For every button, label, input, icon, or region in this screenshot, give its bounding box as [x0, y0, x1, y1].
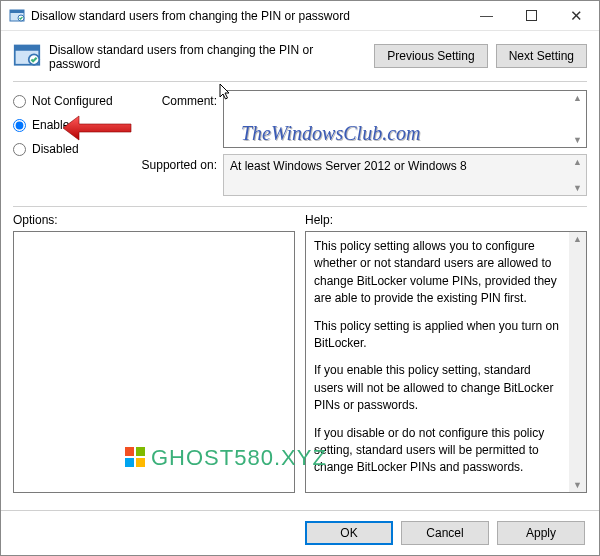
radio-not-configured[interactable]: Not Configured [13, 94, 125, 108]
help-paragraph: If you enable this policy setting, stand… [314, 362, 560, 414]
supported-on-box: At least Windows Server 2012 or Windows … [223, 154, 587, 196]
header-row: Disallow standard users from changing th… [1, 31, 599, 79]
supported-value: At least Windows Server 2012 or Windows … [230, 159, 467, 173]
scroll-up-icon[interactable]: ▲ [573, 232, 582, 246]
comment-label: Comment: [133, 90, 217, 108]
policy-icon [13, 42, 41, 70]
help-label: Help: [305, 213, 587, 227]
help-paragraph: This policy setting is applied when you … [314, 318, 560, 353]
svg-rect-3 [527, 11, 537, 21]
separator [13, 81, 587, 82]
help-paragraph: This policy setting allows you to config… [314, 238, 560, 308]
supported-scrollbar: ▲ ▼ [569, 155, 586, 195]
state-radios: Not Configured Enabled Disabled [13, 90, 125, 196]
window-buttons: ― ✕ [464, 1, 599, 30]
window-title: Disallow standard users from changing th… [31, 9, 464, 23]
scroll-down-icon: ▼ [573, 181, 582, 195]
svg-rect-1 [10, 10, 24, 13]
help-scrollbar[interactable]: ▲ ▼ [569, 232, 586, 492]
comment-textarea[interactable]: ▲ ▼ [223, 90, 587, 148]
svg-rect-5 [15, 46, 40, 51]
window-icon [9, 8, 25, 24]
supported-label: Supported on: [133, 154, 217, 172]
footer: OK Cancel Apply [1, 510, 599, 555]
separator [13, 206, 587, 207]
panes: Options: Help: This policy setting allow… [1, 213, 599, 493]
scroll-up-icon: ▲ [573, 155, 582, 169]
options-pane: Options: [13, 213, 295, 493]
minimize-button[interactable]: ― [464, 1, 509, 30]
scroll-up-icon[interactable]: ▲ [573, 91, 582, 105]
maximize-button[interactable] [509, 1, 554, 30]
config-row: Not Configured Enabled Disabled [1, 90, 599, 202]
options-box[interactable] [13, 231, 295, 493]
radio-disabled[interactable]: Disabled [13, 142, 125, 156]
cancel-button[interactable]: Cancel [401, 521, 489, 545]
next-setting-button[interactable]: Next Setting [496, 44, 587, 68]
radio-disabled-input[interactable] [13, 143, 26, 156]
radio-enabled-input[interactable] [13, 119, 26, 132]
header-title: Disallow standard users from changing th… [49, 41, 366, 71]
radio-enabled-label: Enabled [32, 118, 76, 132]
nav-buttons: Previous Setting Next Setting [374, 44, 587, 68]
radio-not-configured-label: Not Configured [32, 94, 113, 108]
comment-scrollbar[interactable]: ▲ ▼ [569, 91, 586, 147]
help-paragraph: If you disable or do not configure this … [314, 425, 560, 477]
ok-button[interactable]: OK [305, 521, 393, 545]
close-button[interactable]: ✕ [554, 1, 599, 30]
fields: Comment: ▲ ▼ Supported on: At least Wind… [133, 90, 587, 196]
scroll-down-icon[interactable]: ▼ [573, 133, 582, 147]
previous-setting-button[interactable]: Previous Setting [374, 44, 487, 68]
comment-row: Comment: ▲ ▼ [133, 90, 587, 148]
help-content: This policy setting allows you to config… [314, 238, 578, 477]
apply-button[interactable]: Apply [497, 521, 585, 545]
titlebar: Disallow standard users from changing th… [1, 1, 599, 31]
radio-enabled[interactable]: Enabled [13, 118, 125, 132]
options-label: Options: [13, 213, 295, 227]
radio-disabled-label: Disabled [32, 142, 79, 156]
radio-not-configured-input[interactable] [13, 95, 26, 108]
policy-editor-window: Disallow standard users from changing th… [0, 0, 600, 556]
scroll-down-icon[interactable]: ▼ [573, 478, 582, 492]
supported-row: Supported on: At least Windows Server 20… [133, 154, 587, 196]
help-pane: Help: This policy setting allows you to … [305, 213, 587, 493]
help-box[interactable]: This policy setting allows you to config… [305, 231, 587, 493]
